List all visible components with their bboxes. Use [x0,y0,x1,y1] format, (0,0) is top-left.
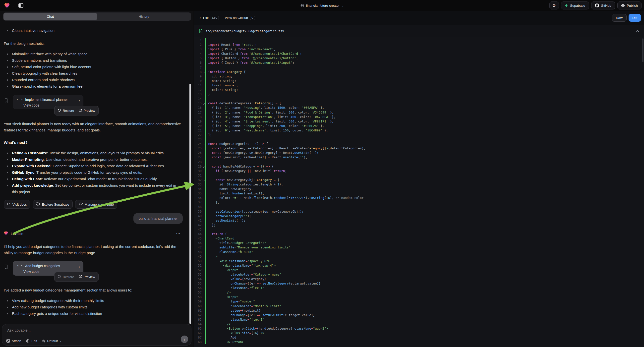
chat-heading: What's next? [4,140,183,146]
github-button[interactable]: GitHub [591,2,615,10]
bullet-list: Clean, intuitive navigation [4,28,183,34]
chat-input[interactable]: Ask Lovable... [7,328,30,332]
version-card-wrap: < >Add budget categories›View codeRestor… [4,261,183,276]
toggle-sidebar-icon[interactable] [18,2,24,8]
fold-chevron-icon[interactable] [203,143,205,145]
line-number: 63 [194,318,204,322]
gutter-separator [204,88,204,92]
message-options-icon[interactable]: ⋯ [176,230,181,236]
gutter-separator [204,150,204,155]
code-diff-view[interactable]: 12import React from 'react';3import { Pl… [194,37,644,347]
line-number: 15 [194,101,204,106]
code-text: { id: '2', name: 'Food & Dining', limit:… [206,110,334,115]
version-card[interactable]: < >Implement financial planner›View code… [13,95,84,109]
top-bar: ⌄ financial-future-creator ⌄ ⚙ [0,0,644,11]
preview-button[interactable]: Preview [79,108,95,114]
line-number: 16 [194,106,204,110]
code-line: 50 <div className="space-y-6"> [194,259,644,263]
bookmark-icon[interactable] [4,98,8,104]
external-link-icon [7,202,10,208]
gutter-separator [204,96,204,101]
view-on-github-button[interactable]: View on GitHub G [225,16,255,20]
diff-toggle-button[interactable]: Diff [628,14,641,22]
restore-label: Restore [63,108,74,114]
chevron-down-icon[interactable]: ⌄ [12,4,14,7]
code-text: { id: '5', name: 'Shopping', limit: 200,… [206,124,324,128]
chevron-left-icon: ‹ [200,16,201,20]
file-bar[interactable]: src/components/budget/BudgetCategories.t… [194,25,644,37]
gutter-separator [204,335,204,340]
supabase-bolt-icon [565,4,568,8]
gutter-separator [204,227,204,232]
code-line: 55 onChange={(e) => setNewCategory(e.tar… [194,281,644,286]
line-number: 53 [194,272,204,277]
code-text: id: string; [206,74,232,79]
collapse-chevron-up-icon[interactable] [636,30,639,32]
code-scrollbar[interactable] [642,38,644,62]
chevron-right-icon: › [79,264,80,270]
fold-chevron-icon[interactable] [203,71,205,73]
raw-toggle-button[interactable]: Raw [612,14,626,22]
line-number: 51 [194,263,204,268]
code-line: 57 /> [194,290,644,295]
chat-scrollbar[interactable] [190,84,191,324]
tab-chat[interactable]: Chat [4,13,97,20]
send-button[interactable]: ↑ [181,336,188,343]
line-number: 36 [194,196,204,200]
restore-button[interactable]: Restore [58,274,74,280]
chip-manage-knowledge[interactable]: Manage knowledge [75,200,117,208]
edit-mode-button[interactable]: Edit [26,339,37,343]
line-number: 1 [194,38,204,42]
code-panel-header: ‹ Exit ESC View on GitHub G Raw Diff [194,11,644,25]
exit-button[interactable]: ‹ Exit ESC [200,16,219,20]
code-text [206,227,208,232]
line-number: 55 [194,281,204,286]
quick-action-chips: Visit docsExplore SupabaseManage knowled… [4,200,183,208]
code-text: if (!newCategory || !newLimit) return; [206,169,287,173]
code-line: 15const defaultCategories: Category[] = … [194,101,644,106]
chip-visit-docs[interactable]: Visit docs [4,200,30,208]
code-line: 67 Add [194,335,644,340]
line-number: 10 [194,79,204,83]
code-text: <ChartCard [206,236,234,241]
fold-chevron-icon[interactable] [203,179,205,181]
line-number: 31 [194,173,204,178]
line-number: 11 [194,83,204,88]
list-item: View existing budget categories with the… [12,298,183,304]
line-number: 41 [194,218,204,223]
fold-chevron-icon[interactable] [203,102,205,104]
code-icon: < > [17,263,23,268]
gutter-separator [204,106,204,110]
code-text: <Input [206,268,238,272]
lovable-logo-heart-icon[interactable] [4,3,10,8]
preview-button[interactable]: Preview [79,274,95,280]
version-card[interactable]: < >Add budget categories›View codeRestor… [13,261,84,276]
code-text: const [newLimit, setNewLimit] = React.us… [206,155,308,160]
code-line: 18 { id: '3', name: 'Transportation', li… [194,115,644,119]
chip-explore-supabase[interactable]: Explore Supabase [33,200,73,208]
fold-chevron-icon[interactable] [203,166,205,168]
code-line: 27 const [newLimit, setNewLimit] = React… [194,155,644,160]
code-line: 16 { id: '1', name: 'Housing', limit: 15… [194,106,644,110]
line-number: 32 [194,178,204,182]
tab-history[interactable]: History [97,13,191,20]
project-switcher[interactable]: financial-future-creator ⌄ [300,4,344,8]
model-selector[interactable]: Default ⌄ [42,339,62,343]
code-text: setNewCategory(''); [206,214,251,218]
settings-button[interactable]: ⚙ [550,2,559,10]
line-number: 60 [194,304,204,308]
code-text [206,160,208,164]
code-line: 59 type="number" [194,299,644,304]
code-text: const [newCategory, setNewCategory] = Re… [206,150,319,155]
line-number: 27 [194,155,204,160]
restore-button[interactable]: Restore [58,108,74,114]
line-number: 8 [194,70,204,74]
supabase-button[interactable]: Supabase [561,2,589,10]
chat-paragraph: I've added a new budget categories manag… [4,287,183,293]
attach-button[interactable]: Attach [6,339,21,343]
list-item: Each category gets a unique color for vi… [12,310,183,317]
code-text: title="Budget Categories" [206,241,266,245]
bookmark-icon[interactable] [4,264,8,271]
publish-button[interactable]: Publish [617,2,642,10]
line-number: 45 [194,236,204,241]
